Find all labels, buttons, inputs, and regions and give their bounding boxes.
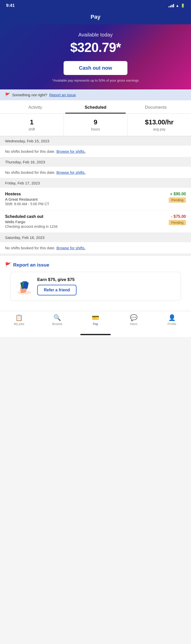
date-header-fri: Friday, Feb 17, 2023 (0, 178, 191, 188)
hero-disclaimer: *Available pay represents up to 50% of y… (5, 79, 186, 82)
page-title: Pay (90, 14, 100, 20)
tab-documents[interactable]: Documents (126, 100, 186, 113)
nav-item-my-jobs[interactable]: 📋 My jobs (0, 313, 38, 327)
thu-no-shifts: No shifts booked for this date. Browse f… (5, 170, 186, 175)
report-issue-link[interactable]: Report an issue (49, 93, 76, 97)
sat-content: No shifts booked for this date. Browse f… (0, 242, 191, 254)
shift-company: A Great Restaurant (5, 197, 163, 201)
wed-content: No shifts booked for this date. Browse f… (0, 146, 191, 157)
hostess-shift: Hostess A Great Restaurant Shift: 8:00 A… (0, 188, 191, 210)
referral-content: Earn $75, give $75 Refer a friend (37, 277, 176, 295)
wed-browse-link[interactable]: Browse for shifts. (56, 149, 86, 154)
nav-label-browse: Browse (52, 322, 62, 326)
cashout-amount: - $75.00 (163, 214, 186, 219)
nav-label-my-jobs: My jobs (14, 322, 24, 326)
stat-shifts-value: 1 (3, 118, 61, 126)
report-issue-section: 🚩 Report an issue Earn $75, give $75 Ref… (0, 254, 191, 311)
referral-illustration (15, 277, 33, 295)
report-bar: 🚩 Something not right? Report an issue (0, 89, 191, 100)
nav-item-profile[interactable]: 👤 Profile (153, 313, 191, 327)
app-header: Pay (0, 11, 191, 24)
pay-icon: 💳 (92, 314, 99, 321)
browse-icon: 🔍 (53, 314, 61, 321)
stat-pay-value: $13.00/hr (130, 118, 188, 126)
cash-out-button[interactable]: Cash out now (64, 61, 127, 75)
nav-label-inbox: Inbox (130, 322, 137, 326)
shift-amount: + $90.00 (163, 192, 186, 196)
cashout-status: Pending (169, 220, 186, 225)
sat-browse-link[interactable]: Browse for shifts. (56, 246, 86, 250)
wifi-icon: ▲ (176, 4, 179, 8)
tab-scheduled[interactable]: Scheduled (65, 100, 126, 113)
profile-icon: 👤 (168, 314, 176, 321)
report-bar-text: Something not right? (12, 93, 47, 97)
referral-card: Earn $75, give $75 Refer a friend (10, 272, 181, 301)
stat-shifts-label: shift (3, 127, 61, 131)
stats-row: 1 shift 9 hours $13.00/hr avg pay (0, 114, 191, 136)
date-header-thu: Thursday, Feb 16, 2023 (0, 157, 191, 167)
status-bar: 9:41 ▲ 🔋 (0, 0, 191, 11)
my-jobs-icon: 📋 (15, 314, 23, 321)
date-header-wed: Wednesday, Feb 15, 2023 (0, 136, 191, 146)
nav-label-pay: Pay (93, 322, 98, 326)
tabs-container: Activity Scheduled Documents (0, 100, 191, 114)
stat-hours: 9 hours (64, 114, 128, 136)
signal-icon (168, 4, 174, 7)
nav-item-pay[interactable]: 💳 Pay (77, 313, 115, 327)
tab-activity[interactable]: Activity (5, 100, 65, 113)
stat-hours-value: 9 (66, 118, 125, 126)
nav-label-profile: Profile (168, 322, 176, 326)
available-amount: $320.79* (5, 40, 186, 55)
home-indicator-bar (80, 334, 111, 335)
battery-icon: 🔋 (181, 4, 185, 8)
report-flag-icon: 🚩 (5, 262, 11, 268)
stat-shifts: 1 shift (0, 114, 64, 136)
referral-title: Earn $75, give $75 (37, 277, 176, 282)
stat-hours-label: hours (66, 127, 125, 131)
report-issue-title: 🚩 Report an issue (5, 262, 186, 268)
thu-browse-link[interactable]: Browse for shifts. (56, 170, 86, 175)
bottom-nav: 📋 My jobs 🔍 Browse 💳 Pay 💬 Inbox 👤 Profi… (0, 311, 191, 332)
schedule-container: Wednesday, Feb 15, 2023 No shifts booked… (0, 136, 191, 254)
refer-friend-button[interactable]: Refer a friend (37, 285, 77, 295)
status-time: 9:41 (6, 3, 15, 8)
scheduled-cashout: Scheduled cash out Wells Fargo Checking … (0, 210, 191, 233)
sat-no-shifts: No shifts booked for this date. Browse f… (5, 246, 186, 250)
hero-section: Available today $320.79* Cash out now *A… (0, 24, 191, 89)
available-label: Available today (5, 32, 186, 38)
shift-status: Pending (169, 197, 186, 203)
shift-title: Hostess (5, 192, 163, 196)
wed-no-shifts: No shifts booked for this date. Browse f… (5, 149, 186, 154)
status-icons: ▲ 🔋 (168, 4, 185, 8)
stat-pay-label: avg pay (130, 127, 188, 131)
nav-item-inbox[interactable]: 💬 Inbox (114, 313, 153, 327)
stat-pay: $13.00/hr avg pay (127, 114, 191, 136)
inbox-icon: 💬 (130, 314, 138, 321)
shift-time: Shift: 8:00 AM - 5:00 PM CT (5, 202, 163, 206)
cashout-account: Checking account ending in 1234 (5, 224, 58, 229)
date-header-sat: Saturday, Feb 18, 2023 (0, 233, 191, 242)
cashout-title: Scheduled cash out (5, 214, 58, 219)
flag-icon: 🚩 (5, 92, 10, 97)
cashout-bank: Wells Fargo (5, 220, 58, 224)
thu-content: No shifts booked for this date. Browse f… (0, 167, 191, 178)
home-indicator (0, 332, 191, 337)
nav-item-browse[interactable]: 🔍 Browse (38, 313, 77, 327)
